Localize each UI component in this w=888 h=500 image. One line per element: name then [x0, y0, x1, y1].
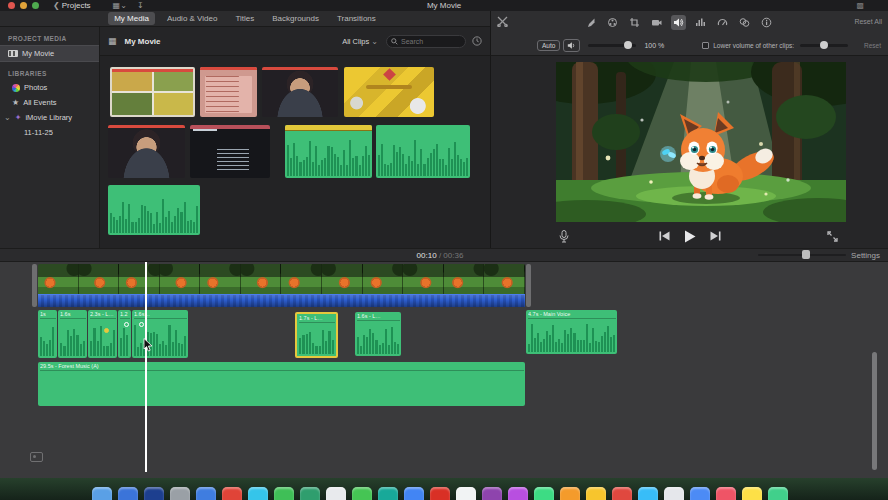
media-thumbnail-slide[interactable] — [344, 67, 434, 117]
minimize-window-button[interactable] — [20, 2, 27, 9]
timeline-scrollbar[interactable] — [872, 352, 877, 470]
music-clip[interactable]: 29.5s - Forest Music (A) — [38, 362, 525, 406]
clip-info-icon[interactable] — [759, 15, 774, 30]
media-thumbnail-collage[interactable] — [110, 67, 195, 117]
tab-backgrounds[interactable]: Backgrounds — [266, 12, 325, 25]
dock-app-icon[interactable] — [456, 487, 476, 500]
speed-icon[interactable] — [715, 15, 730, 30]
dock-app-icon[interactable] — [222, 487, 242, 500]
dock-app-icon[interactable] — [612, 487, 632, 500]
scissors-icon[interactable] — [497, 16, 508, 27]
next-frame-button[interactable] — [710, 231, 721, 241]
audio-clip[interactable]: 1.6s - L… — [355, 312, 401, 356]
noise-reduction-icon[interactable] — [693, 15, 708, 30]
import-media-icon[interactable]: ↧ — [137, 1, 144, 10]
lower-volume-checkbox[interactable] — [702, 42, 709, 49]
search-input[interactable] — [401, 38, 461, 45]
keyframe-indicator[interactable] — [139, 322, 144, 327]
all-clips-filter[interactable]: All Clips ⌄ — [342, 37, 378, 46]
auto-volume-button[interactable]: Auto — [537, 40, 560, 51]
color-correction-icon[interactable] — [605, 15, 620, 30]
media-thumbnail-webcam[interactable] — [262, 67, 338, 117]
video-audio-waveform[interactable] — [38, 294, 525, 307]
sidebar-item-imovie-library[interactable]: ⌄ ✦ iMovie Library — [0, 110, 99, 125]
tab-transitions[interactable]: Transitions — [331, 12, 382, 25]
media-thumbnail-webcam[interactable] — [108, 125, 185, 178]
volume-icon[interactable] — [671, 15, 686, 30]
dock-app-icon[interactable] — [144, 487, 164, 500]
project-view-icon[interactable]: ▦⌄ — [113, 1, 127, 10]
dock-app-icon[interactable] — [378, 487, 398, 500]
keyframe-indicator[interactable] — [104, 328, 109, 333]
clip-trim-handle-left[interactable] — [32, 264, 37, 307]
color-balance-icon[interactable] — [583, 15, 598, 30]
dock-app-icon[interactable] — [638, 487, 658, 500]
tab-titles[interactable]: Titles — [229, 12, 260, 25]
mute-button[interactable] — [563, 39, 580, 52]
dock-app-icon[interactable] — [300, 487, 320, 500]
disclosure-chevron-icon[interactable]: ⌄ — [4, 113, 11, 122]
dock-app-icon[interactable] — [742, 487, 762, 500]
dock-app-icon[interactable] — [274, 487, 294, 500]
audio-clip[interactable]: 1.6s — [58, 310, 87, 358]
dock-app-icon[interactable] — [352, 487, 372, 500]
dock-app-icon[interactable] — [586, 487, 606, 500]
sidebar-item-photos[interactable]: Photos — [0, 80, 99, 95]
close-window-button[interactable] — [8, 2, 15, 9]
dock-app-icon[interactable] — [560, 487, 580, 500]
play-button[interactable] — [684, 230, 696, 243]
audio-clip[interactable]: 1.6s… — [132, 310, 188, 358]
settings-button[interactable]: Settings — [851, 251, 880, 260]
audio-clip[interactable]: 1s — [38, 310, 57, 358]
sidebar-item-all-events[interactable]: ★ All Events — [0, 95, 99, 110]
tab-audio-video[interactable]: Audio & Video — [161, 12, 224, 25]
window-menu-icon[interactable]: ▩ — [856, 1, 864, 10]
audio-clip-main-voice[interactable]: 4.7s - Main Voice — [526, 310, 617, 354]
media-thumbnail-notes[interactable] — [200, 67, 257, 117]
dock-app-icon[interactable] — [170, 487, 190, 500]
sidebar-item-my-movie[interactable]: My Movie — [0, 45, 99, 62]
search-box[interactable] — [386, 35, 466, 48]
reset-volume-button[interactable]: Reset — [864, 42, 881, 49]
dock-app-icon[interactable] — [196, 487, 216, 500]
video-clip-filmstrip[interactable] — [38, 264, 525, 294]
dock-app-icon[interactable] — [508, 487, 528, 500]
media-thumbnail-terminal[interactable] — [190, 125, 270, 178]
dock-app-icon[interactable] — [92, 487, 112, 500]
dock-app-icon[interactable] — [248, 487, 268, 500]
audio-clip[interactable]: 2.3s - L… — [88, 310, 117, 358]
crop-icon[interactable] — [627, 15, 642, 30]
clock-icon[interactable] — [472, 36, 482, 46]
dock-app-icon[interactable] — [404, 487, 424, 500]
sidebar-item-event-date[interactable]: 11-11-25 — [0, 125, 99, 140]
media-thumbnail-audio[interactable] — [108, 185, 200, 235]
volume-slider-knob[interactable] — [624, 41, 632, 49]
dock-app-icon[interactable] — [118, 487, 138, 500]
stabilization-icon[interactable] — [649, 15, 664, 30]
audio-clip-selected[interactable]: 1.7s - L… — [295, 312, 338, 358]
dock-app-icon[interactable] — [534, 487, 554, 500]
dock-app-icon[interactable] — [716, 487, 736, 500]
clip-trim-handle-right[interactable] — [526, 264, 531, 307]
playhead[interactable] — [145, 262, 147, 472]
window-controls[interactable] — [8, 2, 39, 9]
zoom-slider-knob[interactable] — [802, 250, 810, 259]
previous-frame-button[interactable] — [659, 231, 670, 241]
tab-my-media[interactable]: My Media — [108, 12, 155, 25]
grid-view-icon[interactable]: ▦ — [108, 36, 117, 46]
lower-volume-knob[interactable] — [820, 41, 828, 49]
lower-volume-slider[interactable] — [800, 44, 848, 47]
dock-app-icon[interactable] — [690, 487, 710, 500]
timeline-zoom-slider[interactable] — [758, 254, 846, 256]
volume-slider[interactable] — [588, 44, 636, 47]
dock-app-icon[interactable] — [430, 487, 450, 500]
media-thumbnail-audio[interactable] — [376, 125, 470, 178]
effects-icon[interactable] — [737, 15, 752, 30]
reset-all-button[interactable]: Reset All — [854, 18, 882, 25]
projects-back-button[interactable]: ❮ Projects — [53, 1, 91, 10]
keyframe-indicator[interactable] — [124, 322, 129, 327]
zoom-window-button[interactable] — [32, 2, 39, 9]
dock-app-icon[interactable] — [768, 487, 788, 500]
dock-app-icon[interactable] — [326, 487, 346, 500]
audio-clip[interactable]: 1.2 — [118, 310, 131, 358]
